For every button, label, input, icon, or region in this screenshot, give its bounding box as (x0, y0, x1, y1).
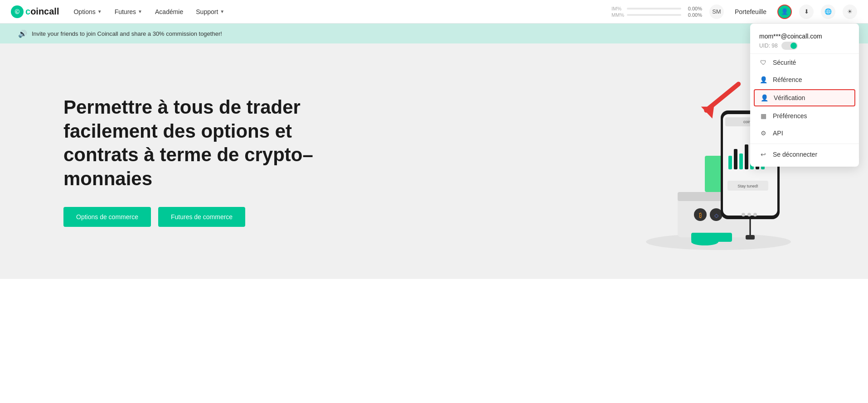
dropdown-item-reference[interactable]: 👤 Référence (750, 71, 859, 88)
theme-toggle-button[interactable]: ☀ (843, 5, 857, 19)
futures-trade-button[interactable]: Futures de commerce (158, 207, 245, 227)
svg-rect-16 (739, 154, 743, 169)
chevron-down-icon: ▼ (220, 9, 224, 14)
svg-text:₿: ₿ (699, 211, 702, 219)
download-icon: ⬇ (804, 8, 809, 15)
navbar: © coincall Options ▼ Futures ▼ Académie … (0, 0, 868, 24)
nav-items: Options ▼ Futures ▼ Académie Support ▼ (73, 8, 611, 15)
svg-text:Stay tuned!: Stay tuned! (737, 184, 758, 188)
logo[interactable]: © coincall (11, 5, 59, 18)
im-bar (627, 8, 681, 10)
svg-text:◇: ◇ (714, 212, 719, 219)
logo-text: coincall (25, 6, 59, 17)
svg-rect-15 (734, 149, 737, 169)
toggle-knob (790, 43, 797, 49)
mm-stat: MM% 0.00% (611, 12, 702, 18)
sun-icon: ☀ (847, 8, 853, 15)
person-check-icon: 👤 (760, 94, 768, 101)
below-fold (0, 279, 868, 403)
dropdown-item-security[interactable]: 🛡 Sécurité (750, 54, 859, 71)
dropdown-item-api[interactable]: ⚙ API (750, 125, 859, 142)
svg-point-23 (742, 213, 745, 216)
download-button[interactable]: ⬇ (799, 5, 814, 19)
im-stat: IM% 0.00% (611, 6, 702, 11)
dropdown-item-logout[interactable]: ↩ Se déconnecter (750, 146, 859, 163)
banner-text: Invite your friends to join Coincall and… (32, 30, 222, 37)
user-email: mom***@coincall.com (759, 33, 850, 40)
nav-futures[interactable]: Futures ▼ (115, 8, 142, 15)
api-icon: ⚙ (759, 130, 767, 137)
nav-academie[interactable]: Académie (155, 8, 183, 15)
announcement-banner: 🔊 Invite your friends to join Coincall a… (0, 24, 868, 43)
svg-point-28 (691, 238, 718, 245)
language-button[interactable]: 🌐 (821, 5, 835, 19)
person-icon: 👤 (759, 76, 767, 83)
dropdown-header: mom***@coincall.com UID: 98 (750, 27, 859, 54)
uid-toggle[interactable] (781, 42, 798, 50)
user-dropdown: mom***@coincall.com UID: 98 🛡 Sécurité 👤… (750, 24, 859, 167)
svg-rect-14 (728, 156, 732, 169)
hero-title: Permettre à tous de trader facilement de… (63, 96, 326, 191)
svg-point-25 (753, 213, 757, 216)
sm-button[interactable]: SM (709, 5, 724, 19)
hero-buttons: Options de commerce Futures de commerce (63, 207, 326, 227)
svg-rect-17 (745, 144, 748, 169)
sliders-icon: ▦ (759, 112, 767, 120)
globe-icon: 🌐 (824, 8, 832, 15)
svg-point-24 (747, 213, 751, 216)
portfolio-button[interactable]: Portefeuille (731, 6, 770, 17)
stats-block: IM% 0.00% MM% 0.00% (611, 6, 702, 18)
user-uid: UID: 98 (759, 42, 850, 50)
nav-support[interactable]: Support ▼ (196, 8, 224, 15)
logout-icon: ↩ (759, 151, 767, 158)
options-trade-button[interactable]: Options de commerce (63, 207, 151, 227)
dropdown-panel: mom***@coincall.com UID: 98 🛡 Sécurité 👤… (750, 24, 859, 167)
nav-right: IM% 0.00% MM% 0.00% SM Portefeuille 👤 (611, 5, 857, 19)
hero-content: Permettre à tous de trader facilement de… (63, 96, 326, 227)
chevron-down-icon: ▼ (97, 9, 102, 14)
nav-options[interactable]: Options ▼ (73, 8, 102, 15)
chevron-down-icon: ▼ (138, 9, 142, 14)
mm-bar (627, 14, 681, 16)
svg-rect-27 (746, 235, 755, 240)
speaker-icon: 🔊 (18, 29, 27, 38)
dropdown-item-preferences[interactable]: ▦ Préférences (750, 107, 859, 125)
dropdown-item-verification[interactable]: 👤 Vérification (754, 89, 855, 106)
logo-icon: © (11, 5, 24, 18)
dropdown-divider (750, 144, 859, 144)
hero-section: Permettre à tous de trader facilement de… (0, 43, 868, 279)
shield-icon: 🛡 (759, 59, 767, 66)
user-avatar-button[interactable]: 👤 (777, 5, 792, 19)
